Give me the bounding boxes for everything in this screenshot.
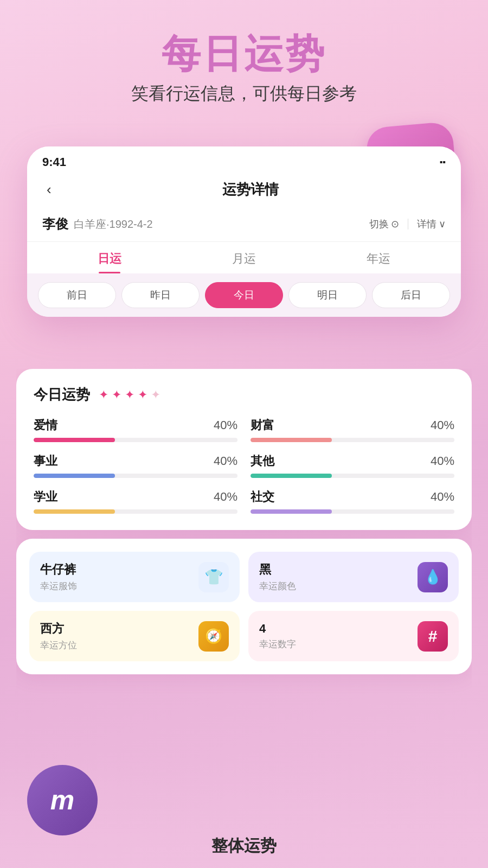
- status-icons: ▪▪: [440, 157, 446, 167]
- progress-love: [34, 438, 115, 442]
- day-selector: 前日 昨日 今日 明日 后日: [27, 273, 461, 317]
- fortune-header: 今日运势 ✦ ✦ ✦ ✦ ✦: [34, 385, 454, 404]
- profile-name: 李俊: [42, 215, 68, 233]
- profile-row: 李俊 白羊座·1992-4-2 切换 ⊙ 详情 ∨: [27, 209, 461, 242]
- divider: [408, 219, 408, 229]
- profile-actions: 切换 ⊙ 详情 ∨: [369, 218, 446, 231]
- lucky-card: 牛仔裤 幸运服饰 👕 黑 幸运颜色 💧 西方: [16, 539, 472, 674]
- bottom-title-text: 整体运势: [211, 837, 277, 854]
- star-3: ✦: [125, 388, 134, 402]
- lucky-clothing: 牛仔裤 幸运服饰 👕: [29, 552, 240, 602]
- lucky-color-icon: 💧: [418, 562, 448, 592]
- status-bar: 9:41 ▪▪: [27, 146, 461, 174]
- fortune-love: 爱情 40%: [34, 417, 237, 442]
- detail-button[interactable]: 详情 ∨: [417, 218, 446, 231]
- stars-rating: ✦ ✦ ✦ ✦ ✦: [99, 388, 160, 402]
- phone-card: 9:41 ▪▪ ‹ 运势详情 李俊 白羊座·1992-4-2 切换 ⊙ 详情 ∨…: [27, 146, 461, 317]
- virgo-symbol: m: [50, 784, 74, 816]
- day-yesterday[interactable]: 昨日: [121, 282, 200, 308]
- fortune-title: 今日运势: [34, 385, 90, 404]
- page-subtitle: 笑看行运信息，可供每日参考: [22, 82, 466, 106]
- fortune-wealth: 财富 40%: [251, 417, 454, 442]
- bottom-title: 整体运势: [0, 835, 488, 857]
- star-1: ✦: [99, 388, 108, 402]
- day-today[interactable]: 今日: [205, 282, 283, 308]
- page-title: 每日运势: [22, 33, 466, 75]
- fortune-social: 社交 40%: [251, 489, 454, 514]
- fortune-card: 今日运势 ✦ ✦ ✦ ✦ ✦ 爱情 40%: [16, 369, 472, 530]
- day-tomorrow[interactable]: 明日: [288, 282, 367, 308]
- day-before-yesterday[interactable]: 前日: [38, 282, 116, 308]
- lucky-color: 黑 幸运颜色 💧: [248, 552, 459, 602]
- lucky-grid: 牛仔裤 幸运服饰 👕 黑 幸运颜色 💧 西方: [29, 552, 459, 661]
- progress-other: [251, 474, 332, 478]
- progress-wealth: [251, 438, 332, 442]
- lucky-direction: 西方 幸运方位 🧭: [29, 611, 240, 661]
- profile-info: 白羊座·1992-4-2: [74, 217, 153, 232]
- header-section: 每日运势 笑看行运信息，可供每日参考: [0, 0, 488, 122]
- star-4: ✦: [138, 388, 147, 402]
- tab-monthly[interactable]: 月运: [177, 242, 311, 273]
- nav-title: 运势详情: [56, 180, 446, 199]
- virgo-badge: m: [27, 765, 98, 835]
- tab-yearly[interactable]: 年运: [311, 242, 446, 273]
- back-button[interactable]: ‹: [42, 179, 56, 200]
- star-2: ✦: [112, 388, 121, 402]
- day-after-tomorrow[interactable]: 后日: [372, 282, 450, 308]
- switch-button[interactable]: 切换 ⊙: [369, 218, 399, 231]
- fortune-grid: 爱情 40% 财富 40% 事业: [34, 417, 454, 514]
- fortune-career: 事业 40%: [34, 453, 237, 478]
- status-time: 9:41: [42, 155, 66, 169]
- lucky-number-icon: #: [418, 621, 448, 652]
- progress-social: [251, 509, 332, 514]
- tab-daily[interactable]: 日运: [42, 242, 177, 273]
- fortune-study: 学业 40%: [34, 489, 237, 514]
- progress-career: [34, 474, 115, 478]
- lucky-direction-icon: 🧭: [198, 621, 229, 652]
- progress-study: [34, 509, 115, 514]
- star-5: ✦: [151, 388, 160, 402]
- lucky-clothing-icon: 👕: [198, 562, 229, 592]
- main-title-text: 每日运势: [162, 32, 326, 75]
- tabs-row: 日运 月运 年运: [27, 242, 461, 273]
- fortune-other: 其他 40%: [251, 453, 454, 478]
- nav-bar: ‹ 运势详情: [27, 174, 461, 209]
- lucky-number: 4 幸运数字 #: [248, 611, 459, 661]
